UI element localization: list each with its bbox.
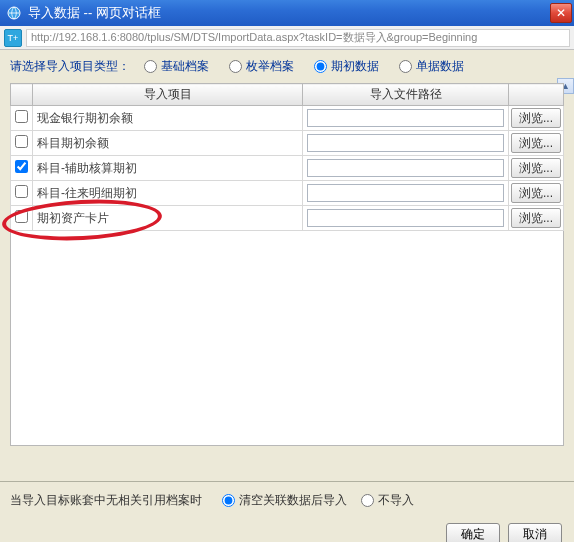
radio-basic-archive[interactable]: 基础档案: [144, 58, 209, 75]
browse-button[interactable]: 浏览...: [511, 108, 561, 128]
radio-enum-archive-input[interactable]: [229, 60, 242, 73]
close-icon: ✕: [556, 6, 566, 20]
table-row: 现金银行期初余额 浏览...: [11, 106, 564, 131]
browse-button[interactable]: 浏览...: [511, 133, 561, 153]
no-ref-row: 当导入目标账套中无相关引用档案时 清空关联数据后导入 不导入: [10, 492, 564, 509]
table-row: 科目-往来明细期初 浏览...: [11, 181, 564, 206]
url-input[interactable]: [26, 29, 570, 47]
row-item-label: 科目期初余额: [33, 131, 303, 156]
row-checkbox[interactable]: [15, 135, 28, 148]
radio-skip-import[interactable]: 不导入: [361, 492, 414, 509]
ie-icon: [6, 5, 22, 21]
radio-clear-import-input[interactable]: [222, 494, 235, 507]
radio-voucher-data-input[interactable]: [399, 60, 412, 73]
radio-initial-data-input[interactable]: [314, 60, 327, 73]
col-header-checkbox: [11, 84, 33, 106]
footer: 当导入目标账套中无相关引用档案时 清空关联数据后导入 不导入 确定 取消: [0, 482, 574, 542]
no-ref-label: 当导入目标账套中无相关引用档案时: [10, 492, 202, 509]
radio-voucher-data[interactable]: 单据数据: [399, 58, 464, 75]
row-checkbox[interactable]: [15, 185, 28, 198]
table-row: 科目-辅助核算期初 浏览...: [11, 156, 564, 181]
row-checkbox[interactable]: [15, 160, 28, 173]
row-path-input[interactable]: [307, 184, 504, 202]
import-table: 导入项目 导入文件路径 现金银行期初余额 浏览... 科目期初余额 浏览... …: [10, 83, 564, 231]
row-item-label: 科目-往来明细期初: [33, 181, 303, 206]
radio-enum-archive[interactable]: 枚举档案: [229, 58, 294, 75]
radio-label: 清空关联数据后导入: [239, 492, 347, 509]
radio-basic-archive-input[interactable]: [144, 60, 157, 73]
row-checkbox[interactable]: [15, 110, 28, 123]
url-bar: T+: [0, 26, 574, 50]
app-icon: T+: [4, 29, 22, 47]
radio-clear-import[interactable]: 清空关联数据后导入: [222, 492, 347, 509]
type-selector-label: 请选择导入项目类型：: [10, 58, 130, 75]
radio-skip-import-input[interactable]: [361, 494, 374, 507]
row-checkbox[interactable]: [15, 210, 28, 223]
table-row: 期初资产卡片 浏览...: [11, 206, 564, 231]
radio-label: 期初数据: [331, 58, 379, 75]
row-path-input[interactable]: [307, 109, 504, 127]
cancel-button[interactable]: 取消: [508, 523, 562, 542]
radio-label: 单据数据: [416, 58, 464, 75]
browse-button[interactable]: 浏览...: [511, 183, 561, 203]
browse-button[interactable]: 浏览...: [511, 158, 561, 178]
row-path-input[interactable]: [307, 209, 504, 227]
main-panel: 请选择导入项目类型： 基础档案 枚举档案 期初数据 单据数据 ▲ 导入项目 导入…: [0, 50, 574, 482]
radio-initial-data[interactable]: 期初数据: [314, 58, 379, 75]
ok-button[interactable]: 确定: [446, 523, 500, 542]
table-empty-area: [10, 231, 564, 446]
row-path-input[interactable]: [307, 159, 504, 177]
col-header-item: 导入项目: [33, 84, 303, 106]
col-header-path: 导入文件路径: [303, 84, 509, 106]
radio-label: 基础档案: [161, 58, 209, 75]
window-title: 导入数据 -- 网页对话框: [28, 4, 550, 22]
footer-buttons: 确定 取消: [10, 523, 564, 542]
browse-button[interactable]: 浏览...: [511, 208, 561, 228]
row-item-label: 现金银行期初余额: [33, 106, 303, 131]
table-header-row: 导入项目 导入文件路径: [11, 84, 564, 106]
row-item-label: 期初资产卡片: [33, 206, 303, 231]
close-button[interactable]: ✕: [550, 3, 572, 23]
row-item-label: 科目-辅助核算期初: [33, 156, 303, 181]
radio-label: 枚举档案: [246, 58, 294, 75]
table-row: 科目期初余额 浏览...: [11, 131, 564, 156]
col-header-browse: [509, 84, 564, 106]
type-selector-row: 请选择导入项目类型： 基础档案 枚举档案 期初数据 单据数据: [10, 58, 564, 75]
row-path-input[interactable]: [307, 134, 504, 152]
titlebar: 导入数据 -- 网页对话框 ✕: [0, 0, 574, 26]
radio-label: 不导入: [378, 492, 414, 509]
